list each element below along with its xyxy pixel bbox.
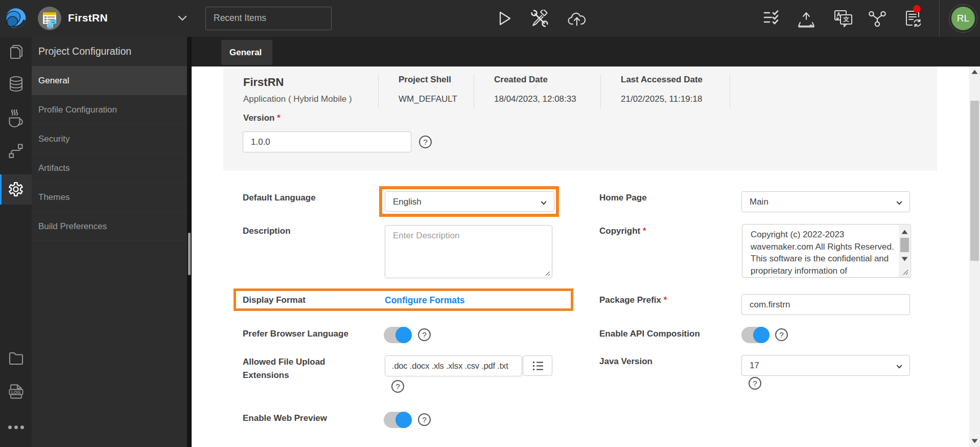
svg-text:A: A (837, 12, 841, 17)
svg-text:LOG: LOG (11, 390, 20, 395)
